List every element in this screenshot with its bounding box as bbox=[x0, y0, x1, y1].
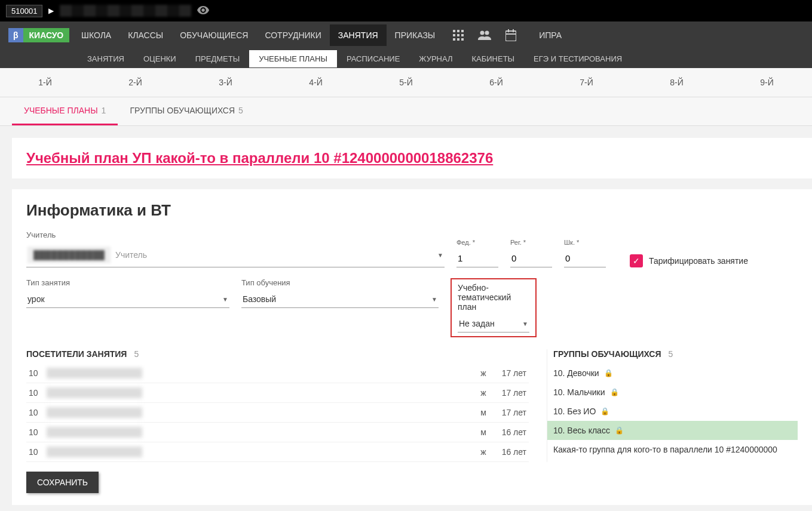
shk-label: Шк. * bbox=[564, 239, 606, 246]
shk-input[interactable] bbox=[564, 250, 606, 267]
visitors-title: ПОСЕТИТЕЛИ ЗАНЯТИЯ bbox=[26, 349, 127, 359]
groups-section: ГРУППЫ ОБУЧАЮЩИХСЯ 5 10. Девочки🔒10. Мал… bbox=[547, 349, 798, 462]
logo[interactable]: β КИАСУО bbox=[8, 28, 69, 42]
type-label: Тип занятия bbox=[26, 278, 229, 287]
theme-select[interactable]: Не задан ▼ bbox=[458, 315, 529, 333]
reg-label: Рег. * bbox=[510, 239, 552, 246]
nav-сотрудники[interactable]: СОТРУДНИКИ bbox=[256, 24, 329, 46]
sub-nav: ЗАНЯТИЯОЦЕНКИПРЕДМЕТЫУЧЕБНЫЕ ПЛАНЫРАСПИС… bbox=[0, 49, 812, 68]
tab[interactable]: УЧЕБНЫЕ ПЛАНЫ1 bbox=[12, 97, 118, 125]
grade-tab[interactable]: 3-Й bbox=[180, 68, 271, 97]
visitor-row[interactable]: 10ж17 лет bbox=[26, 383, 529, 403]
fed-label: Фед. * bbox=[456, 239, 498, 246]
svg-rect-0 bbox=[453, 30, 455, 32]
subject-card: Информатика и ВТ Учитель ████████████ Уч… bbox=[12, 189, 812, 505]
calendar-icon[interactable] bbox=[505, 29, 516, 41]
svg-rect-11 bbox=[505, 31, 516, 41]
nav-обучающиеся[interactable]: ОБУЧАЮЩИЕСЯ bbox=[171, 24, 256, 46]
subnav-item[interactable]: ПРЕДМЕТЫ bbox=[186, 50, 249, 67]
teacher-select[interactable]: ████████████ Учитель ▼ bbox=[26, 243, 445, 267]
subnav-item[interactable]: РАСПИСАНИЕ bbox=[337, 50, 409, 67]
svg-rect-5 bbox=[461, 34, 464, 36]
subnav-item[interactable]: ЗАНЯТИЯ bbox=[78, 50, 134, 67]
plan-link[interactable]: Учебный план УП какой-то в параллели 10 … bbox=[26, 150, 493, 166]
eye-icon[interactable] bbox=[197, 6, 209, 16]
svg-rect-3 bbox=[453, 34, 455, 36]
tab[interactable]: ГРУППЫ ОБУЧАЮЩИХСЯ5 bbox=[118, 97, 255, 125]
teacher-label: Учитель bbox=[26, 230, 445, 239]
grade-tab[interactable]: 2-Й bbox=[90, 68, 180, 97]
subject-title: Информатика и ВТ bbox=[26, 201, 798, 220]
teacher-placeholder: Учитель bbox=[111, 250, 437, 260]
nav-занятия[interactable]: ЗАНЯТИЯ bbox=[330, 24, 387, 46]
tariff-label: Тарифицировать занятие bbox=[649, 256, 748, 266]
subnav-item[interactable]: ОЦЕНКИ bbox=[134, 50, 186, 67]
group-row[interactable]: 10. Без ИО🔒 bbox=[547, 402, 798, 421]
grade-tab[interactable]: 8-Й bbox=[632, 68, 722, 97]
groups-count: 5 bbox=[669, 349, 673, 359]
nav-ipra[interactable]: ИПРА bbox=[531, 24, 570, 46]
visitor-row[interactable]: 10м16 лет bbox=[26, 423, 529, 442]
group-row[interactable]: Какая-то группа для кого-то в параллели … bbox=[547, 440, 798, 459]
svg-rect-14 bbox=[505, 33, 516, 35]
nav-классы[interactable]: КЛАССЫ bbox=[119, 24, 171, 46]
group-row[interactable]: 10. Весь класс🔒 bbox=[547, 421, 798, 440]
svg-rect-6 bbox=[453, 38, 455, 41]
topbar-blurred bbox=[60, 5, 191, 17]
nav-приказы[interactable]: ПРИКАЗЫ bbox=[387, 24, 444, 46]
theme-label: Учебно-тематический план bbox=[458, 283, 529, 312]
subnav-item[interactable]: ЖУРНАЛ bbox=[409, 50, 462, 67]
grade-tab[interactable]: 7-Й bbox=[541, 68, 632, 97]
group-row[interactable]: 10. Мальчики🔒 bbox=[547, 383, 798, 402]
grade-tab[interactable]: 6-Й bbox=[451, 68, 541, 97]
visitors-section: ПОСЕТИТЕЛИ ЗАНЯТИЯ 5 10ж17 лет10ж17 лет1… bbox=[26, 349, 529, 462]
tariff-checkbox[interactable]: ✓ bbox=[630, 254, 643, 267]
subnav-item[interactable]: КАБИНЕТЫ bbox=[462, 50, 524, 67]
visitors-count: 5 bbox=[134, 349, 139, 359]
grade-tab[interactable]: 9-Й bbox=[722, 68, 812, 97]
save-button[interactable]: СОХРАНИТЬ bbox=[26, 472, 99, 493]
grade-tab[interactable]: 4-Й bbox=[271, 68, 361, 97]
topbar: 510001 ▶ bbox=[0, 0, 812, 21]
subnav-item[interactable]: УЧЕБНЫЕ ПЛАНЫ bbox=[249, 50, 337, 67]
chevron-down-icon: ▼ bbox=[522, 321, 528, 327]
logo-beta: β bbox=[8, 28, 23, 42]
svg-point-10 bbox=[485, 31, 489, 35]
apps-icon[interactable] bbox=[453, 30, 464, 41]
main-nav: β КИАСУО ШКОЛАКЛАССЫОБУЧАЮЩИЕСЯСОТРУДНИК… bbox=[0, 21, 812, 49]
people-icon[interactable] bbox=[478, 30, 491, 40]
fed-input[interactable] bbox=[456, 250, 498, 267]
visitor-row[interactable]: 10ж16 лет bbox=[26, 442, 529, 462]
svg-rect-13 bbox=[513, 29, 514, 32]
lock-icon: 🔒 bbox=[615, 426, 624, 435]
tabs-row: УЧЕБНЫЕ ПЛАНЫ1ГРУППЫ ОБУЧАЮЩИХСЯ5 bbox=[0, 97, 812, 126]
svg-point-9 bbox=[480, 31, 485, 35]
edu-value: Базовый bbox=[243, 294, 431, 304]
subnav-item[interactable]: ЕГЭ И ТЕСТИРОВАНИЯ bbox=[524, 50, 632, 67]
group-row[interactable]: 10. Девочки🔒 bbox=[547, 364, 798, 383]
visitor-row[interactable]: 10ж17 лет bbox=[26, 364, 529, 383]
svg-rect-8 bbox=[461, 38, 464, 41]
nav-icons: ИПРА bbox=[453, 24, 570, 46]
theme-value: Не задан bbox=[459, 319, 522, 328]
grades-row: 1-Й2-Й3-Й4-Й5-Й6-Й7-Й8-Й9-Й bbox=[0, 68, 812, 97]
edu-label: Тип обучения bbox=[241, 278, 439, 287]
svg-rect-12 bbox=[508, 29, 509, 32]
theme-plan-highlighted: Учебно-тематический план Не задан ▼ bbox=[451, 278, 537, 337]
grade-tab[interactable]: 1-Й bbox=[0, 68, 90, 97]
visitor-row[interactable]: 10м17 лет bbox=[26, 403, 529, 423]
content: Учебный план УП какой-то в параллели 10 … bbox=[0, 126, 812, 511]
logo-name: КИАСУО bbox=[23, 28, 70, 42]
type-select[interactable]: урок ▼ bbox=[26, 291, 229, 308]
reg-input[interactable] bbox=[510, 250, 552, 267]
lock-icon: 🔒 bbox=[600, 407, 609, 415]
nav-школа[interactable]: ШКОЛА bbox=[73, 24, 119, 46]
chevron-down-icon: ▼ bbox=[437, 252, 443, 258]
play-icon[interactable]: ▶ bbox=[48, 7, 54, 15]
svg-rect-2 bbox=[461, 30, 464, 32]
chevron-down-icon: ▼ bbox=[431, 296, 437, 303]
chevron-down-icon: ▼ bbox=[222, 296, 228, 303]
org-id: 510001 bbox=[6, 5, 42, 17]
edu-select[interactable]: Базовый ▼ bbox=[241, 291, 439, 308]
grade-tab[interactable]: 5-Й bbox=[361, 68, 451, 97]
